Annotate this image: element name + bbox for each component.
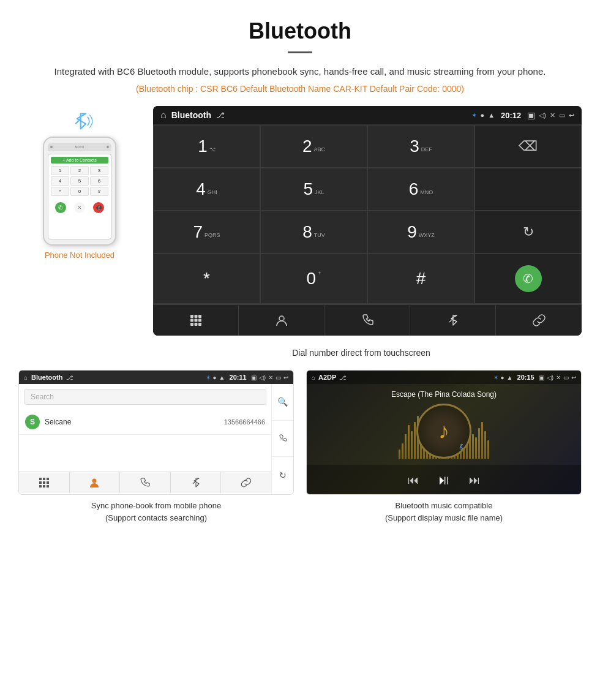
pb-vol-icon: ◁) bbox=[259, 374, 266, 381]
key-0[interactable]: 0 + bbox=[260, 254, 367, 304]
backspace-icon[interactable]: ⌫ bbox=[519, 138, 538, 154]
music-caption-line2: (Support display music file name) bbox=[385, 513, 503, 522]
music-next-btn[interactable]: ⏭ bbox=[469, 474, 480, 487]
music-screen: ⌂ A2DP ⎇ ✶ ● ▲ 20:15 ▣ ◁) ✕ ▭ ↩ bbox=[306, 370, 582, 495]
key-2[interactable]: 2 ABC bbox=[260, 125, 367, 168]
svg-point-21 bbox=[92, 479, 97, 483]
phone-key-2: 2 bbox=[70, 166, 89, 175]
key-8[interactable]: 8 TUV bbox=[260, 211, 367, 254]
music-content: Escape (The Pina Colada Song) ♪ bbox=[307, 384, 581, 494]
key-5[interactable]: 5 JKL bbox=[260, 168, 367, 211]
dialpad-statusbar-left: ⌂ Bluetooth ⎇ bbox=[160, 110, 225, 121]
bottom-bluetooth-icon[interactable] bbox=[410, 305, 496, 336]
key-4[interactable]: 4 GHI bbox=[153, 168, 260, 211]
call-green-cell[interactable]: ✆ bbox=[474, 254, 582, 304]
music-statusbar-left: ⌂ A2DP ⎇ bbox=[312, 374, 347, 381]
music-title: A2DP bbox=[318, 374, 336, 381]
pb-right-actions: 🔍 ↻ bbox=[271, 384, 293, 493]
key-hash[interactable]: # bbox=[367, 254, 474, 304]
music-playpause-btn[interactable]: ⏯ bbox=[437, 472, 451, 488]
x-icon: ✕ bbox=[550, 111, 555, 119]
music-usb-icon: ⎇ bbox=[339, 374, 347, 381]
page-title: Bluetooth bbox=[37, 18, 563, 44]
pb-bottom-dialpad[interactable] bbox=[19, 472, 70, 493]
pb-statusbar: ⌂ Bluetooth ⎇ ✶ ● ▲ 20:11 ▣ ◁) ✕ ▭ ↩ bbox=[19, 371, 293, 384]
key-backspace-cell[interactable]: ⌫ bbox=[474, 125, 582, 168]
dialpad-statusbar-right: ✶ ● ▲ 20:12 ▣ ◁) ✕ ▭ ↩ bbox=[471, 110, 574, 120]
key-3[interactable]: 3 DEF bbox=[367, 125, 474, 168]
svg-rect-16 bbox=[43, 481, 45, 484]
dialpad-title: Bluetooth bbox=[171, 110, 211, 120]
svg-rect-8 bbox=[194, 323, 197, 326]
pb-bottom-call[interactable] bbox=[120, 472, 171, 493]
svg-rect-6 bbox=[198, 319, 201, 322]
phone-add-contacts: + Add to Contacts bbox=[51, 157, 108, 164]
svg-rect-5 bbox=[194, 319, 197, 322]
music-statusbar: ⌂ A2DP ⎇ ✶ ● ▲ 20:15 ▣ ◁) ✕ ▭ ↩ bbox=[307, 371, 581, 384]
phonebook-caption-line1: Sync phone-book from mobile phone bbox=[91, 501, 221, 510]
svg-rect-3 bbox=[198, 315, 201, 318]
pb-contact-name: Seicane bbox=[45, 418, 224, 426]
dialpad-statusbar: ⌂ Bluetooth ⎇ ✶ ● ▲ 20:12 ▣ ◁) ✕ ▭ ↩ bbox=[153, 106, 582, 125]
win-icon: ▭ bbox=[559, 111, 565, 119]
music-statusbar-right: ✶ ● ▲ 20:15 ▣ ◁) ✕ ▭ ↩ bbox=[493, 374, 576, 381]
home-icon: ⌂ bbox=[160, 110, 167, 121]
key-refresh-cell[interactable]: ↻ bbox=[474, 211, 582, 254]
svg-rect-19 bbox=[43, 485, 45, 487]
key-6[interactable]: 6 MNO bbox=[367, 168, 474, 211]
music-controls: ⏮ ⏯ ⏭ bbox=[307, 465, 581, 494]
music-prev-btn[interactable]: ⏮ bbox=[408, 474, 419, 487]
pb-search-placeholder: Search bbox=[31, 393, 260, 401]
pb-win-icon: ▭ bbox=[276, 374, 281, 381]
key-9[interactable]: 9 WXYZ bbox=[367, 211, 474, 254]
key-star[interactable]: * bbox=[153, 254, 260, 304]
pb-bottom-link[interactable] bbox=[221, 472, 271, 493]
bottom-link-icon[interactable] bbox=[496, 305, 582, 336]
refresh-icon[interactable]: ↻ bbox=[523, 224, 534, 240]
svg-rect-15 bbox=[39, 481, 42, 484]
phone-camera bbox=[107, 146, 109, 148]
pb-camera-icon: ▣ bbox=[251, 374, 257, 381]
dialpad-caption: Dial number direct from touchscreen bbox=[18, 348, 582, 358]
key-7[interactable]: 7 PQRS bbox=[153, 211, 260, 254]
pb-contact-row[interactable]: S Seicane 13566664466 bbox=[19, 410, 271, 435]
phone-brand: MOTO bbox=[75, 145, 84, 149]
pb-call-btn[interactable] bbox=[272, 421, 293, 457]
pb-contact-avatar: S bbox=[25, 415, 40, 429]
pb-search-btn[interactable]: 🔍 bbox=[272, 384, 293, 421]
pb-search-container: Search bbox=[24, 389, 266, 405]
svg-rect-17 bbox=[47, 481, 49, 484]
key-empty-1 bbox=[474, 168, 582, 211]
music-caption: Bluetooth music compatible (Support disp… bbox=[306, 500, 582, 524]
bottom-dialpad-icon[interactable] bbox=[153, 305, 239, 336]
music-song-title: Escape (The Pina Colada Song) bbox=[391, 390, 497, 399]
header-divider bbox=[288, 51, 312, 53]
pb-list: Search S Seicane 13566664466 bbox=[19, 384, 271, 493]
bottom-contact-icon[interactable] bbox=[239, 305, 324, 336]
phone-end-btn: 📵 bbox=[93, 202, 104, 213]
phone-cancel-btn: ✕ bbox=[74, 202, 85, 213]
svg-rect-20 bbox=[47, 485, 49, 487]
phone-key-3: 3 bbox=[90, 166, 108, 175]
pb-statusbar-left: ⌂ Bluetooth ⎇ bbox=[24, 374, 73, 381]
phone-call-buttons: ✆ ✕ 📵 bbox=[51, 200, 108, 216]
bottom-phone-icon[interactable] bbox=[324, 305, 410, 336]
pb-x-icon: ✕ bbox=[268, 374, 273, 381]
vol-icon: ◁) bbox=[539, 111, 546, 119]
call-button[interactable]: ✆ bbox=[515, 265, 542, 292]
gps-icon: ● bbox=[481, 111, 485, 119]
phone-key-ast: * bbox=[51, 187, 69, 196]
pb-bottom-bluetooth[interactable] bbox=[171, 472, 222, 493]
pb-refresh-btn[interactable]: ↻ bbox=[272, 457, 293, 493]
music-col: ⌂ A2DP ⎇ ✶ ● ▲ 20:15 ▣ ◁) ✕ ▭ ↩ bbox=[306, 370, 582, 524]
phone-dial-grid: 1 2 3 4 5 6 * 0 # bbox=[51, 166, 108, 196]
music-bt-icon: ✶ bbox=[493, 374, 498, 381]
bottom-section: ⌂ Bluetooth ⎇ ✶ ● ▲ 20:11 ▣ ◁) ✕ ▭ ↩ bbox=[18, 370, 582, 524]
key-1[interactable]: 1 ⌥ bbox=[153, 125, 260, 168]
pb-contact-number: 13566664466 bbox=[224, 418, 265, 426]
phone-top-bar: MOTO bbox=[48, 143, 111, 151]
pb-bottom-contact[interactable] bbox=[70, 472, 121, 493]
header-specs: (Bluetooth chip : CSR BC6 Default Blueto… bbox=[37, 84, 563, 94]
svg-rect-2 bbox=[194, 315, 197, 318]
pb-gps-icon: ● bbox=[213, 374, 217, 381]
